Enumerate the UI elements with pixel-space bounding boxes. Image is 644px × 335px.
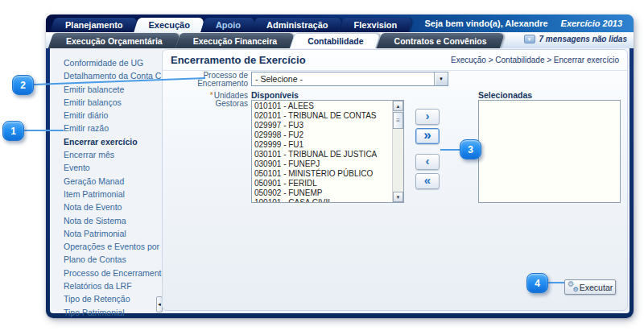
messages-link[interactable]: ▾ 7 mensagens não lidas xyxy=(524,35,628,43)
sidebar-item-encerrar-exercicio[interactable]: Encerrar exercício xyxy=(64,135,162,148)
collapse-left-icon: ◂ xyxy=(158,301,161,308)
gears-icon: ⚙ ⚙ xyxy=(568,283,577,292)
chevron-left-icon: ‹ xyxy=(426,155,430,167)
available-listbox[interactable]: 010101 - ALEES 020101 - TRIBUNAL DE CONT… xyxy=(251,100,404,203)
selected-listbox[interactable] xyxy=(478,100,621,203)
sidebar-item-evento[interactable]: Evento xyxy=(64,161,162,174)
move-all-left-button[interactable]: « xyxy=(415,173,440,189)
move-left-button[interactable]: ‹ xyxy=(415,154,440,170)
scrollbar-thumb[interactable]: ≡ xyxy=(393,112,403,129)
sidebar-item-emitir-diario[interactable]: Emitir diário xyxy=(64,109,162,122)
move-right-button[interactable]: › xyxy=(415,109,440,125)
tab-contabilidade[interactable]: Contabilidade xyxy=(292,33,378,48)
sidebar-item-tipo-patrimonial[interactable]: Tipo Patrimonial xyxy=(64,306,162,319)
sidebar-item-geracao-manad[interactable]: Geração Manad xyxy=(64,175,162,188)
double-chevron-left-icon: « xyxy=(424,174,431,186)
ug-option[interactable]: 050101 - MINISTÉRIO PÚBLICO xyxy=(252,169,391,179)
callout-bubble-2: 2 xyxy=(12,75,34,95)
ug-option[interactable]: 100101 - CASA CIVIL xyxy=(252,198,391,202)
ug-option[interactable]: 029998 - FU2 xyxy=(252,130,391,140)
scroll-down-icon[interactable]: ▼ xyxy=(393,192,403,202)
available-list-header: Disponíveis xyxy=(251,90,299,100)
envelope-icon: ▾ xyxy=(524,35,535,43)
process-select-value: - Selecione - xyxy=(252,72,434,85)
process-label: Processo de Encerramento xyxy=(179,72,248,88)
double-chevron-right-icon: » xyxy=(423,128,431,142)
screen: Planejamento Execução Apoio Administraçã… xyxy=(0,0,644,335)
content-panel: Encerramento de Exercício Execução > Con… xyxy=(162,49,628,311)
welcome-message: Seja bem vindo(a), Alexandre xyxy=(425,19,548,28)
process-select[interactable]: - Selecione - ▼ xyxy=(251,72,448,86)
ug-option[interactable]: 020101 - TRIBUNAL DE CONTAS xyxy=(252,111,391,121)
scroll-up-icon[interactable]: ▲ xyxy=(393,101,403,111)
tab-execucao[interactable]: Execução xyxy=(136,18,203,32)
callout-bubble-1: 1 xyxy=(2,121,24,141)
sub-nav-bar: Execução Orçamentária Execução Financeir… xyxy=(46,32,634,48)
selected-list-header: Selecionadas xyxy=(478,90,532,100)
available-scrollbar[interactable]: ▲ ≡ ▼ xyxy=(392,101,403,202)
tab-planejamento[interactable]: Planejamento xyxy=(52,18,136,32)
chevron-down-icon[interactable]: ▼ xyxy=(434,72,448,85)
sub-nav-tabs: Execução Orçamentária Execução Financeir… xyxy=(51,33,502,48)
sidebar-item-nota-de-sistema[interactable]: Nota de Sistema xyxy=(64,214,162,227)
sidebar-item-conformidade-de-ug[interactable]: Conformidade de UG xyxy=(64,56,162,69)
page-title: Encerramento de Exercício xyxy=(171,54,306,66)
exercise-year: Exercício 2013 xyxy=(561,19,622,28)
tab-contratos-e-convenios[interactable]: Contratos e Convênios xyxy=(379,33,502,48)
chevron-right-icon: › xyxy=(426,110,430,122)
sidebar-item-emitir-razao[interactable]: Emitir razão xyxy=(64,122,162,134)
sidebar-item-plano-de-contas[interactable]: Plano de Contas xyxy=(64,253,162,266)
available-items: 010101 - ALEES 020101 - TRIBUNAL DE CONT… xyxy=(252,101,391,202)
executar-button-label: Executar xyxy=(580,283,613,292)
tab-apoio[interactable]: Apoio xyxy=(203,18,254,32)
ug-label: *Unidades Gestoras xyxy=(179,92,248,108)
sidebar-item-detalhamento-da-conta-contabil[interactable]: Detalhamento da Conta Contábil xyxy=(64,69,162,82)
sidebar-item-relatorios-da-lrf[interactable]: Relatórios da LRF xyxy=(64,279,162,292)
tab-administracao[interactable]: Administração xyxy=(254,18,341,32)
tab-flexvision[interactable]: Flexvision xyxy=(341,18,411,32)
top-nav-tabs: Planejamento Execução Apoio Administraçã… xyxy=(52,18,410,32)
unread-messages-count: 7 mensagens não lidas xyxy=(539,35,628,43)
ug-option[interactable]: 050902 - FUNEMP xyxy=(252,188,391,198)
ug-option[interactable]: 029997 - FU3 xyxy=(252,121,391,130)
ug-option[interactable]: 050901 - FERIDL xyxy=(252,179,391,188)
callout-bubble-3: 3 xyxy=(460,139,481,159)
tab-execucao-financeira[interactable]: Execução Financeira xyxy=(178,33,292,48)
user-area: Seja bem vindo(a), Alexandre Exercício 2… xyxy=(425,14,622,32)
executar-button[interactable]: ⚙ ⚙ Executar xyxy=(564,279,616,295)
sidebar-item-item-patrimonial[interactable]: Item Patrimonial xyxy=(64,188,162,201)
move-all-right-button[interactable]: » xyxy=(415,128,440,144)
sidebar-item-emitir-balancos[interactable]: Emitir balanços xyxy=(64,96,162,109)
sidebar-item-nota-de-evento[interactable]: Nota de Evento xyxy=(64,201,162,213)
ug-option[interactable]: 030901 - FUNEPJ xyxy=(252,159,391,169)
ug-option[interactable]: 010101 - ALEES xyxy=(252,101,391,111)
ug-option[interactable]: 030101 - TRIBUNAL DE JUSTICA xyxy=(252,150,391,159)
sidebar-item-processo-de-encerramento[interactable]: Processo de Encerramento xyxy=(64,267,162,279)
panel-header: Encerramento de Exercício Execução > Con… xyxy=(163,50,627,71)
callout-bubble-4: 4 xyxy=(526,273,548,293)
breadcrumb[interactable]: Execução > Contabilidade > Encerrar exer… xyxy=(451,56,619,64)
tab-execucao-orcamentaria[interactable]: Execução Orçamentária xyxy=(51,33,178,48)
sidebar-item-encerrar-mes[interactable]: Encerrar mês xyxy=(64,148,162,161)
top-nav-bar: Planejamento Execução Apoio Administraçã… xyxy=(46,14,634,32)
sidebar-menu: Conformidade de UG Detalhamento da Conta… xyxy=(50,52,162,313)
ug-option[interactable]: 029999 - FU1 xyxy=(252,140,391,150)
sidebar-item-tipo-de-retencao[interactable]: Tipo de Retenção xyxy=(64,292,162,305)
sidebar-item-nota-patrimonial[interactable]: Nota Patrimonial xyxy=(64,227,162,240)
app-window: Planejamento Execução Apoio Administraçã… xyxy=(46,14,634,318)
sidebar-item-emitir-balancete[interactable]: Emitir balancete xyxy=(64,83,162,96)
required-marker: * xyxy=(210,91,213,100)
sidebar-item-operacoes-e-eventos-por-conta[interactable]: Operações e Eventos por Conta xyxy=(64,240,162,253)
